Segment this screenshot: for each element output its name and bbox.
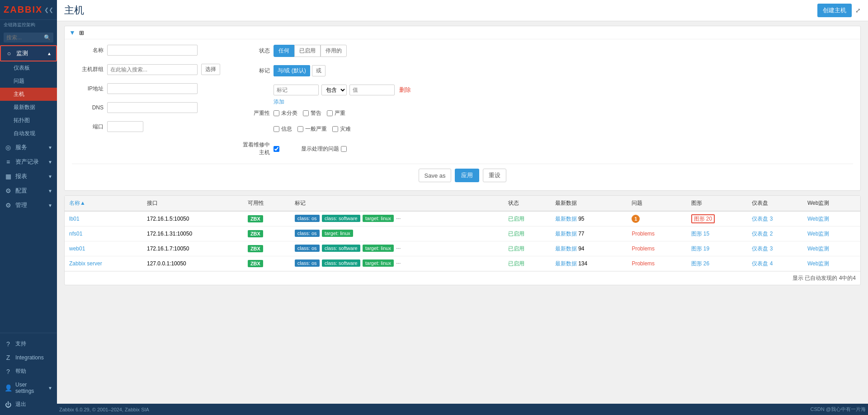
severity-average[interactable]: 一般严重 [297,125,327,133]
graphs-link-lb01[interactable]: 图形 20 [691,214,715,223]
latest-data-link-lb01[interactable]: 最新数据 [555,216,577,222]
sidebar-item-config[interactable]: ⚙ 配置 ▼ [0,184,57,198]
port-input[interactable] [107,121,143,132]
status-any-button[interactable]: 任何 [274,45,294,57]
sidebar-item-assets[interactable]: ≡ 资产记录 ▼ [0,155,57,169]
severity-info-checkbox[interactable] [274,126,279,132]
latest-data-link-nfs01[interactable]: 最新数据 [555,231,577,237]
severity-high-checkbox[interactable] [327,110,333,116]
hostgroup-input[interactable] [107,64,198,75]
host-link-web01[interactable]: web01 [69,245,85,252]
show-suppressed-label[interactable]: 显示处理的问题 [301,145,347,153]
tag-badge[interactable]: target: linux [363,245,394,252]
status-disabled-button[interactable]: 停用的 [321,45,347,57]
problems-link-web01[interactable]: Problems [632,245,655,252]
tag-value-input[interactable] [349,85,395,95]
tag-badge[interactable]: class: os [295,259,320,267]
graphs-link-zabbix[interactable]: 图形 26 [691,260,710,267]
latest-data-link-zabbix[interactable]: 最新数据 [555,260,577,267]
tag-badge[interactable]: target: linux [363,259,394,267]
severity-disaster[interactable]: 灾难 [332,125,351,133]
create-host-button[interactable]: 创建主机 [817,4,852,17]
sidebar-item-services[interactable]: ◎ 服务 ▼ [0,140,57,155]
severity-unclassified[interactable]: 未分类 [274,109,297,117]
filter-actions: Save as 应用 重设 [72,164,853,185]
severity-info[interactable]: 信息 [274,125,292,133]
sidebar-item-monitoring[interactable]: ○ 监测 ▲ [0,45,57,61]
filter-toggle-button[interactable]: ▼ [69,29,75,36]
tag-badge[interactable]: target: linux [322,230,353,237]
host-link-lb01[interactable]: lb01 [69,216,80,222]
tag-badge[interactable]: class: software [322,259,360,267]
tag-operator-select[interactable]: 包含 [321,85,347,95]
sidebar-item-latest[interactable]: 最新数据 [0,101,57,114]
tag-badge[interactable]: class: software [322,245,360,252]
web-link-nfs01[interactable]: Web监测 [807,231,829,237]
dashboard-link-lb01[interactable]: 仪表盘 3 [752,216,773,222]
sidebar-item-maps[interactable]: 拓扑图 [0,114,57,127]
sidebar-item-reports[interactable]: ▦ 报表 ▼ [0,169,57,184]
tag-more[interactable]: ··· [396,215,401,222]
web-link-web01[interactable]: Web监测 [807,245,829,252]
maintenance-checkbox[interactable] [274,146,279,152]
host-latest-cell: 最新数据 77 [551,226,627,241]
dns-input[interactable] [107,102,198,113]
severity-disaster-checkbox[interactable] [332,126,338,132]
ip-input[interactable] [107,83,198,94]
sidebar-item-user-settings[interactable]: 👤 User settings ▼ [0,378,57,397]
tag-badge[interactable]: class: software [322,215,360,222]
sidebar-item-problems[interactable]: 问题 [0,75,57,88]
severity-warning[interactable]: 警告 [303,109,321,117]
dashboard-link-web01[interactable]: 仪表盘 3 [752,245,773,252]
problems-link-zabbix[interactable]: Problems [632,260,655,267]
sidebar-item-support[interactable]: ? 支持 [0,337,57,351]
apply-button[interactable]: 应用 [455,169,479,182]
tag-name-input[interactable] [274,85,319,95]
host-link-zabbix-server[interactable]: Zabbix server [69,260,102,267]
sidebar-item-admin[interactable]: ⚙ 管理 ▼ [0,198,57,212]
sidebar-item-dashboard[interactable]: 仪表板 [0,61,57,75]
severity-checkbox-group: 未分类 警告 严重 [274,109,345,117]
dashboard-link-zabbix[interactable]: 仪表盘 4 [752,260,773,267]
graphs-link-web01[interactable]: 图形 19 [691,245,710,252]
show-suppressed-checkbox[interactable] [341,146,347,152]
name-input[interactable] [107,45,198,56]
tag-badge[interactable]: class: os [295,215,320,222]
severity-unclassified-checkbox[interactable] [274,110,279,116]
latest-data-link-web01[interactable]: 最新数据 [555,245,577,252]
expand-icon[interactable]: ⤢ [855,7,861,14]
maintenance-checkbox-label[interactable] [274,146,279,152]
sidebar-item-integrations[interactable]: Z Integrations [0,351,57,364]
tag-logic-and-button[interactable]: 与/或 (默认) [274,65,310,76]
sidebar-subtitle: 全链路监控架构 [0,20,57,31]
severity-high[interactable]: 严重 [327,109,345,117]
sidebar-toggle-icons[interactable]: ❮❮ [44,7,53,13]
host-link-nfs01[interactable]: nfs01 [69,231,82,237]
host-latest-cell: 最新数据 94 [551,241,627,256]
tag-more[interactable]: ··· [396,260,401,266]
severity-average-checkbox[interactable] [297,126,303,132]
remove-tag-button[interactable]: 删除 [397,85,413,95]
tag-more[interactable]: ··· [396,245,401,251]
web-link-lb01[interactable]: Web监测 [807,216,829,222]
dashboard-link-nfs01[interactable]: 仪表盘 2 [752,231,773,237]
tag-badge[interactable]: class: os [295,230,320,237]
hosts-table-container: 名称▲ 接口 可用性 标记 状态 最新数据 问题 图形 仪表盘 Web监测 [64,195,861,285]
tag-badge[interactable]: target: linux [363,215,394,222]
sidebar-item-discovery[interactable]: 自动发现 [0,127,57,140]
col-name[interactable]: 名称▲ [65,196,142,211]
severity-warning-checkbox[interactable] [303,110,309,116]
add-tag-button[interactable]: 添加 [274,98,284,106]
web-link-zabbix[interactable]: Web监测 [807,260,829,267]
hostgroup-select-button[interactable]: 选择 [201,64,220,75]
sidebar-item-hosts[interactable]: 主机 [0,88,57,101]
status-enabled-button[interactable]: 已启用 [294,45,321,57]
save-as-button[interactable]: Save as [419,169,452,182]
sidebar-item-logout[interactable]: ⏻ 退出 [0,397,57,411]
graphs-link-nfs01[interactable]: 图形 15 [691,231,710,237]
problems-link-nfs01[interactable]: Problems [632,231,655,237]
reset-button[interactable]: 重设 [483,169,506,182]
sidebar-item-help[interactable]: ? 帮助 [0,364,57,378]
tag-logic-or-button[interactable]: 或 [312,65,326,76]
tag-badge[interactable]: class: os [295,245,320,252]
